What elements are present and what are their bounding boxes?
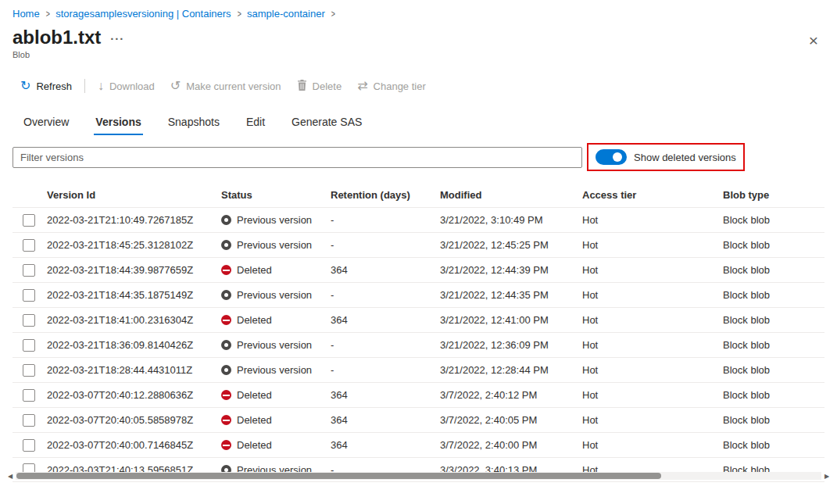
row-checkbox[interactable] <box>23 439 35 452</box>
status-cell: Deleted <box>221 439 331 451</box>
status-cell: Deleted <box>221 314 331 326</box>
table-row[interactable]: 2022-03-07T20:40:12.2880636Z Deleted 364… <box>13 382 824 407</box>
blob-type-cell: Block blob <box>723 264 824 276</box>
toggle-knob <box>613 152 622 162</box>
toolbar: ↻ Refresh ↓ Download ↺ Make current vers… <box>13 72 824 100</box>
row-checkbox-cell <box>13 439 47 452</box>
blob-type-cell: Block blob <box>723 314 824 326</box>
show-deleted-versions-highlight-box: Show deleted versions <box>587 143 745 171</box>
horizontal-scrollbar[interactable]: ◀ ▶ <box>5 470 832 481</box>
refresh-button[interactable]: ↻ Refresh <box>13 76 80 97</box>
status-cell: Previous version <box>221 364 331 376</box>
table-row[interactable]: 2022-03-21T18:41:00.2316304Z Deleted 364… <box>13 307 824 332</box>
deleted-status-icon <box>221 415 231 425</box>
row-checkbox[interactable] <box>23 214 35 227</box>
deleted-status-icon <box>221 440 231 450</box>
previous-version-status-icon <box>221 240 231 250</box>
table-row[interactable]: 2022-03-21T18:28:44.4431011Z Previous ve… <box>13 357 824 382</box>
breadcrumb-link-sample-container[interactable]: sample-container <box>247 8 325 20</box>
status-label: Deleted <box>237 439 272 451</box>
breadcrumb-separator-icon: > <box>331 9 334 19</box>
status-cell: Previous version <box>221 214 331 226</box>
tab-snapshots[interactable]: Snapshots <box>166 109 221 135</box>
row-checkbox-cell <box>13 414 47 427</box>
make-current-version-button[interactable]: ↺ Make current version <box>163 76 289 97</box>
retention-cell: 364 <box>331 314 440 326</box>
retention-cell: - <box>331 289 440 301</box>
modified-cell: 3/21/2022, 12:41:00 PM <box>440 314 582 326</box>
tab-generate-sas[interactable]: Generate SAS <box>290 109 363 135</box>
row-checkbox[interactable] <box>23 389 35 402</box>
version-id-cell: 2022-03-07T20:40:00.7146845Z <box>47 439 221 451</box>
show-deleted-versions-toggle[interactable] <box>596 149 627 165</box>
column-header-blob-type: Blob type <box>723 189 824 201</box>
modified-cell: 3/21/2022, 12:28:44 PM <box>440 364 582 376</box>
breadcrumb-link-home[interactable]: Home <box>13 8 40 20</box>
row-checkbox[interactable] <box>23 239 35 252</box>
scrollbar-thumb[interactable] <box>16 473 661 479</box>
deleted-status-icon <box>221 390 231 400</box>
more-options-button[interactable]: ··· <box>110 32 124 45</box>
status-cell: Deleted <box>221 264 331 276</box>
status-label: Previous version <box>237 364 312 376</box>
table-header: Version Id Status Retention (days) Modif… <box>13 182 824 207</box>
row-checkbox[interactable] <box>23 364 35 377</box>
blob-type-cell: Block blob <box>723 364 824 376</box>
modified-cell: 3/7/2022, 2:40:00 PM <box>440 439 582 451</box>
scroll-right-icon[interactable]: ▶ <box>821 473 832 480</box>
download-button[interactable]: ↓ Download <box>90 76 163 97</box>
table-row[interactable]: 2022-03-21T18:36:09.8140426Z Previous ve… <box>13 332 824 357</box>
change-tier-button[interactable]: ⇄ Change tier <box>349 76 434 97</box>
status-cell: Deleted <box>221 389 331 401</box>
page-title: ablob1.txt <box>13 27 101 48</box>
deleted-status-icon <box>221 265 231 275</box>
status-label: Previous version <box>237 339 312 351</box>
access-tier-cell: Hot <box>582 364 723 376</box>
row-checkbox-cell <box>13 264 47 277</box>
access-tier-cell: Hot <box>582 389 723 401</box>
row-checkbox[interactable] <box>23 264 35 277</box>
scroll-left-icon[interactable]: ◀ <box>5 473 16 480</box>
access-tier-cell: Hot <box>582 214 723 226</box>
table-row[interactable]: 2022-03-21T18:45:25.3128102Z Previous ve… <box>13 232 824 257</box>
row-checkbox-cell <box>13 239 47 252</box>
version-id-cell: 2022-03-07T20:40:05.5858978Z <box>47 414 221 426</box>
table-row[interactable]: 2022-03-21T18:44:35.1875149Z Previous ve… <box>13 282 824 307</box>
previous-version-status-icon <box>221 215 231 225</box>
retention-cell: - <box>331 239 440 251</box>
status-cell: Previous version <box>221 289 331 301</box>
status-label: Deleted <box>237 414 272 426</box>
tab-overview[interactable]: Overview <box>22 109 70 135</box>
change-tier-label: Change tier <box>374 80 426 92</box>
blob-type-cell: Block blob <box>723 439 824 451</box>
scrollbar-track[interactable] <box>16 472 821 480</box>
blob-type-cell: Block blob <box>723 289 824 301</box>
version-id-cell: 2022-03-21T18:28:44.4431011Z <box>47 364 221 376</box>
table-row[interactable]: 2022-03-21T18:44:39.9877659Z Deleted 364… <box>13 257 824 282</box>
tab-edit[interactable]: Edit <box>245 109 266 135</box>
table-row[interactable]: 2022-03-07T20:40:00.7146845Z Deleted 364… <box>13 432 824 457</box>
close-icon[interactable]: × <box>809 33 818 48</box>
access-tier-cell: Hot <box>582 239 723 251</box>
tab-versions[interactable]: Versions <box>94 109 142 135</box>
row-checkbox[interactable] <box>23 289 35 302</box>
filter-row: Show deleted versions <box>13 143 824 171</box>
table-row[interactable]: 2022-03-07T20:40:05.5858978Z Deleted 364… <box>13 407 824 432</box>
breadcrumb-link-storage-account-containers[interactable]: storagesamplesversioning | Containers <box>55 8 231 20</box>
modified-cell: 3/21/2022, 12:44:39 PM <box>440 264 582 276</box>
breadcrumb-separator-icon: > <box>237 9 241 19</box>
blob-type-cell: Block blob <box>723 414 824 426</box>
delete-icon <box>297 80 307 92</box>
delete-button[interactable]: Delete <box>289 75 350 97</box>
row-checkbox[interactable] <box>23 314 35 327</box>
table-row[interactable]: 2022-03-21T21:10:49.7267185Z Previous ve… <box>13 207 824 232</box>
version-id-cell: 2022-03-07T20:40:12.2880636Z <box>47 389 221 401</box>
row-checkbox[interactable] <box>23 339 35 352</box>
modified-cell: 3/7/2022, 2:40:05 PM <box>440 414 582 426</box>
row-checkbox[interactable] <box>23 414 35 427</box>
change-tier-icon: ⇄ <box>357 80 367 91</box>
filter-versions-input[interactable] <box>13 147 582 168</box>
access-tier-cell: Hot <box>582 339 723 351</box>
retention-cell: - <box>331 364 440 376</box>
make-current-version-icon: ↺ <box>170 80 181 91</box>
